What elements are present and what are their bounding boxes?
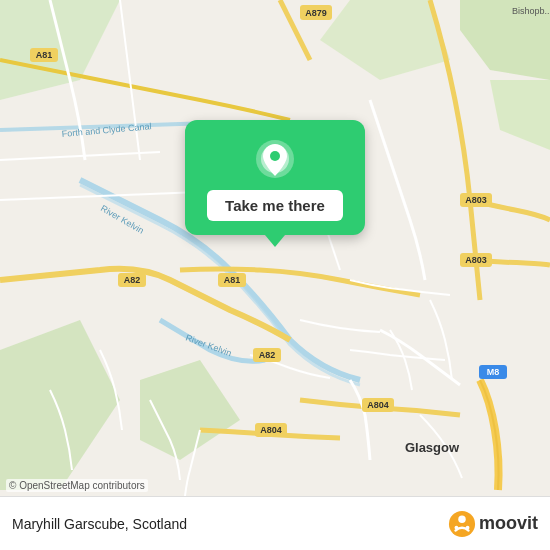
take-me-there-button[interactable]: Take me there	[207, 190, 343, 221]
svg-text:A81: A81	[224, 275, 241, 285]
map-attribution: © OpenStreetMap contributors	[6, 479, 148, 492]
svg-text:A82: A82	[259, 350, 276, 360]
svg-text:A804: A804	[367, 400, 389, 410]
svg-point-36	[449, 510, 475, 536]
map-background: A879 A81 A82 A82 A81 A803 A803	[0, 0, 550, 550]
svg-text:A879: A879	[305, 8, 327, 18]
svg-text:M8: M8	[487, 367, 500, 377]
location-name: Maryhill Garscube, Scotland	[12, 516, 187, 532]
svg-text:Glasgow: Glasgow	[405, 440, 460, 455]
moovit-brand-icon	[448, 510, 476, 538]
svg-text:Bishopb...: Bishopb...	[512, 6, 550, 16]
svg-text:A81: A81	[36, 50, 53, 60]
svg-point-35	[270, 151, 280, 161]
popup-card: Take me there	[185, 120, 365, 235]
svg-point-37	[458, 515, 465, 522]
svg-point-38	[455, 525, 459, 529]
moovit-brand-text: moovit	[479, 513, 538, 534]
svg-point-39	[466, 525, 470, 529]
svg-text:A82: A82	[124, 275, 141, 285]
svg-text:A803: A803	[465, 255, 487, 265]
map-container: A879 A81 A82 A82 A81 A803 A803	[0, 0, 550, 550]
svg-text:A804: A804	[260, 425, 282, 435]
location-pin-icon	[254, 138, 296, 180]
moovit-logo: moovit	[448, 510, 538, 538]
svg-text:A803: A803	[465, 195, 487, 205]
bottom-bar: Maryhill Garscube, Scotland moovit	[0, 496, 550, 550]
